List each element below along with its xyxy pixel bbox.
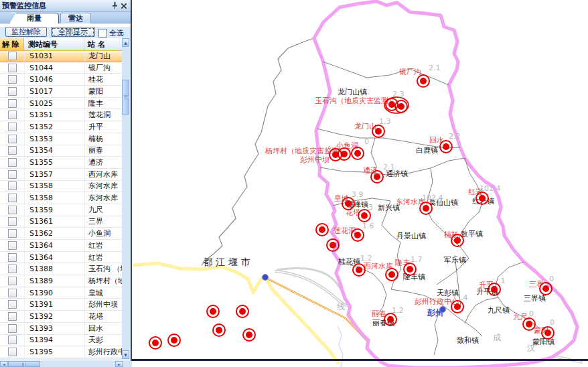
horizontal-scrollbar[interactable]: ◄ ► (0, 361, 132, 367)
station-warning-marker[interactable] (372, 125, 385, 138)
table-row[interactable]: S1031龙门山 (0, 50, 123, 62)
release-checkbox[interactable] (8, 194, 17, 202)
release-checkbox[interactable] (8, 277, 17, 285)
scroll-down-button[interactable]: ▼ (122, 350, 129, 359)
horizontal-scroll-thumb[interactable] (8, 361, 40, 367)
table-row[interactable]: S1392花塔 (0, 311, 123, 323)
vertical-scrollbar[interactable]: ▲ ▼ (122, 38, 129, 359)
release-checkbox[interactable] (8, 253, 17, 262)
release-checkbox[interactable] (8, 229, 17, 238)
table-row[interactable]: S1354丽春 (0, 145, 123, 157)
release-checkbox[interactable] (8, 336, 17, 344)
table-row[interactable]: S1025隆丰 (0, 98, 123, 110)
release-checkbox[interactable] (8, 146, 17, 155)
table-row[interactable]: S1352升平 (0, 121, 123, 133)
release-monitor-button[interactable]: 监控解除 (5, 27, 47, 37)
station-warning-marker[interactable] (206, 305, 220, 318)
table-row[interactable]: S1391彭州中坝 (0, 299, 123, 311)
release-checkbox[interactable] (8, 241, 17, 250)
release-checkbox[interactable] (8, 135, 17, 143)
station-warning-marker[interactable] (539, 282, 553, 295)
station-warning-marker[interactable] (342, 197, 355, 210)
table-row[interactable]: S1017蒙阳 (0, 86, 123, 98)
release-checkbox[interactable] (8, 181, 17, 190)
station-warning-marker[interactable] (242, 328, 256, 342)
release-checkbox[interactable] (8, 123, 17, 131)
table-row[interactable]: S1355通济 (0, 157, 123, 169)
station-warning-marker[interactable] (541, 326, 555, 340)
station-warning-marker[interactable] (419, 202, 433, 215)
release-checkbox[interactable] (8, 170, 17, 179)
release-checkbox[interactable] (8, 52, 17, 60)
release-checkbox[interactable] (8, 111, 17, 119)
table-row[interactable]: S1046桂花 (0, 74, 123, 86)
header-station-name[interactable]: 站 名 (84, 38, 123, 50)
station-warning-marker[interactable] (167, 334, 181, 347)
table-row[interactable]: S1362小鱼洞 (0, 228, 123, 240)
table-row[interactable]: S1359九尺 (0, 204, 123, 216)
pin-icon[interactable] (110, 1, 119, 10)
station-warning-marker[interactable] (439, 140, 453, 153)
table-row[interactable]: S1364红岩 (0, 240, 123, 252)
station-warning-marker[interactable] (315, 223, 329, 236)
table-row[interactable]: S1390皇城 (0, 287, 123, 299)
scroll-up-button[interactable]: ▲ (122, 38, 129, 47)
release-checkbox[interactable] (8, 64, 17, 72)
release-checkbox[interactable] (8, 217, 17, 226)
release-checkbox[interactable] (8, 265, 17, 273)
station-warning-marker[interactable] (358, 209, 371, 222)
release-checkbox[interactable] (8, 348, 17, 356)
table-row[interactable]: S1389杨坪村（地质... (0, 275, 123, 287)
station-warning-marker[interactable] (236, 305, 249, 318)
station-warning-marker[interactable] (351, 228, 364, 242)
scroll-left-button[interactable]: ◄ (0, 361, 8, 367)
station-warning-marker[interactable] (522, 317, 536, 331)
tab-radar[interactable]: 雷达 (60, 13, 91, 23)
tab-rainfall[interactable]: 雨量 (9, 13, 59, 23)
release-checkbox[interactable] (8, 312, 17, 321)
station-warning-marker[interactable] (212, 323, 226, 337)
station-warning-marker[interactable] (417, 74, 430, 88)
table-row[interactable]: S1358东河水库 (0, 192, 123, 204)
show-all-button[interactable]: 全部显示 (51, 27, 95, 37)
release-checkbox[interactable] (8, 289, 17, 297)
select-all-checkbox[interactable] (98, 29, 107, 38)
table-row[interactable]: S1361三界 (0, 216, 123, 228)
station-warning-marker[interactable] (351, 147, 364, 160)
release-checkbox[interactable] (8, 300, 17, 309)
vertical-scroll-thumb[interactable] (122, 80, 129, 115)
release-checkbox[interactable] (8, 99, 17, 108)
header-station-id[interactable]: 测站编号 (24, 38, 84, 50)
table-row[interactable]: S1395彭州行政中心 (0, 346, 123, 358)
station-warning-marker[interactable] (352, 263, 366, 277)
station-warning-marker[interactable] (488, 283, 501, 296)
release-checkbox[interactable] (8, 206, 17, 214)
table-row[interactable]: S1353楠杨 (0, 133, 123, 145)
release-checkbox[interactable] (8, 87, 17, 96)
station-warning-marker[interactable] (394, 100, 408, 113)
close-icon[interactable] (119, 1, 129, 10)
table-row[interactable]: S1044银厂沟 (0, 62, 123, 74)
station-warning-marker[interactable] (149, 336, 162, 350)
release-checkbox[interactable] (8, 324, 17, 333)
header-release[interactable]: 解 除 (0, 38, 24, 50)
table-row[interactable]: S1351莲花洞 (0, 109, 123, 121)
release-checkbox[interactable] (8, 75, 17, 84)
table-row[interactable]: S1364红岩 (0, 252, 123, 264)
station-warning-marker[interactable] (338, 147, 351, 161)
station-warning-marker[interactable] (451, 234, 464, 247)
scroll-right-button[interactable]: ► (115, 361, 123, 367)
table-row[interactable]: S1393回水 (0, 323, 123, 335)
release-checkbox[interactable] (8, 158, 17, 167)
station-warning-marker[interactable] (451, 300, 464, 313)
station-warning-marker[interactable] (385, 268, 398, 281)
station-warning-marker[interactable] (384, 313, 397, 326)
station-warning-marker[interactable] (370, 170, 384, 184)
station-warning-marker[interactable] (475, 192, 489, 205)
station-warning-marker[interactable] (326, 238, 340, 252)
table-row[interactable]: S1394天彭 (0, 335, 123, 347)
table-row[interactable]: S1388玉石沟 （地... (0, 263, 123, 275)
station-warning-marker[interactable] (403, 263, 417, 276)
table-row[interactable]: S1357西河水库 (0, 169, 123, 181)
table-row[interactable]: S1358东河水库 (0, 181, 123, 193)
